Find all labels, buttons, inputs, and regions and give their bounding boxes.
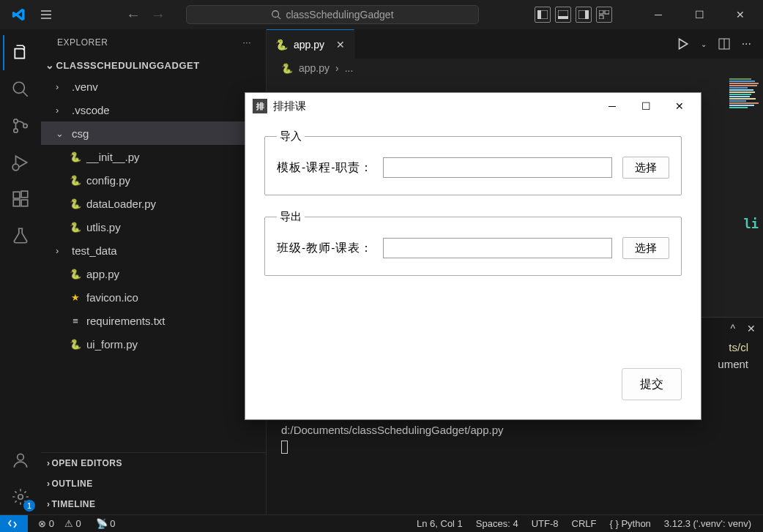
svg-point-13 — [23, 124, 27, 127]
term-frag: ument — [718, 358, 748, 370]
file-requirements[interactable]: ≡requirements.txt — [41, 309, 266, 332]
layout-controls — [535, 7, 612, 23]
run-play-icon[interactable] — [676, 37, 689, 50]
panel-timeline[interactable]: ›TIMELINE — [41, 494, 266, 514]
status-warnings[interactable]: ⚠ 0 — [64, 518, 81, 529]
activity-settings-icon[interactable]: 1 — [3, 479, 38, 514]
export-legend: 导出 — [277, 210, 305, 224]
svg-rect-18 — [21, 191, 28, 198]
tab-app-py[interactable]: 🐍 app.py ✕ — [267, 29, 354, 59]
folder-csg[interactable]: ⌄csg — [41, 121, 266, 145]
folder-testdata[interactable]: ›test_data — [41, 239, 266, 262]
svg-point-20 — [18, 495, 23, 500]
favicon-file-icon: ★ — [69, 291, 82, 304]
dialog-maximize-button[interactable]: ☐ — [629, 95, 663, 117]
nav-arrows: ← → — [126, 7, 165, 23]
status-errors[interactable]: ⊗ 0 — [38, 518, 54, 529]
activity-bar: 1 — [0, 29, 41, 514]
sidebar-bottom-panels: ›OPEN EDITORS ›OUTLINE ›TIMELINE — [41, 452, 266, 514]
svg-rect-17 — [21, 200, 28, 206]
status-encoding[interactable]: UTF-8 — [532, 518, 559, 529]
chevron-right-icon: › — [56, 81, 67, 92]
status-lncol[interactable]: Ln 6, Col 1 — [417, 518, 463, 529]
layout-panel-bottom-icon[interactable] — [555, 7, 571, 23]
layout-panel-right-icon[interactable] — [576, 7, 592, 23]
activity-extensions-icon[interactable] — [3, 181, 38, 217]
activity-account-icon[interactable] — [3, 443, 38, 478]
panel-open-editors[interactable]: ›OPEN EDITORS — [41, 453, 266, 473]
import-browse-button[interactable]: 选择 — [622, 157, 669, 179]
search-icon — [271, 10, 281, 20]
import-path-input[interactable] — [383, 157, 612, 178]
dialog-close-button[interactable]: ✕ — [663, 95, 696, 117]
file-tree: ›.venv ›.vscode ⌄csg 🐍__init__.py 🐍confi… — [41, 75, 266, 452]
chevron-down-icon: ⌄ — [45, 59, 55, 71]
status-language[interactable]: { } Python — [609, 518, 650, 529]
status-spaces[interactable]: Spaces: 4 — [476, 518, 518, 529]
project-header[interactable]: ⌄ CLASSSCHEDULINGGADGET — [41, 56, 266, 75]
terminal-maximize-icon[interactable]: ^ — [730, 323, 735, 334]
dialog-body: 导入 模板-课程-职责： 选择 导出 班级-教师-课表： 选择 提交 — [245, 119, 701, 419]
file-config[interactable]: 🐍config.py — [41, 168, 266, 192]
submit-button[interactable]: 提交 — [622, 368, 682, 400]
chevron-right-icon: › — [56, 105, 67, 116]
explorer-sidebar: EXPLORER ··· ⌄ CLASSSCHEDULINGGADGET ›.v… — [41, 29, 267, 514]
svg-point-0 — [272, 11, 279, 18]
file-dataloader[interactable]: 🐍dataLoader.py — [41, 192, 266, 215]
minimap[interactable] — [726, 78, 763, 312]
activity-testing-icon[interactable] — [3, 218, 38, 253]
python-file-icon: 🐍 — [69, 150, 82, 163]
activity-explorer-icon[interactable] — [3, 35, 38, 70]
nav-back-icon[interactable]: ← — [126, 7, 141, 23]
close-button[interactable]: ✕ — [723, 3, 757, 26]
breadcrumb[interactable]: 🐍 app.py › ... — [267, 59, 763, 78]
breadcrumb-more: ... — [345, 62, 354, 74]
svg-point-12 — [14, 129, 18, 132]
split-editor-icon[interactable] — [718, 38, 730, 50]
file-app[interactable]: 🐍app.py — [41, 262, 266, 285]
editor-tabs: 🐍 app.py ✕ ⌄ ··· — [267, 29, 763, 59]
svg-rect-7 — [599, 10, 603, 14]
svg-point-10 — [13, 82, 24, 93]
svg-rect-2 — [537, 10, 541, 19]
file-utlis[interactable]: 🐍utlis.py — [41, 215, 266, 239]
layout-panel-left-icon[interactable] — [535, 7, 551, 23]
dialog-minimize-button[interactable]: ─ — [595, 95, 629, 117]
tab-close-icon[interactable]: ✕ — [336, 39, 345, 50]
folder-venv[interactable]: ›.venv — [41, 75, 266, 98]
export-path-input[interactable] — [383, 238, 612, 258]
file-uiform[interactable]: 🐍ui_form.py — [41, 332, 266, 356]
svg-point-19 — [18, 454, 24, 460]
activity-source-control-icon[interactable] — [3, 108, 38, 143]
nav-forward-icon[interactable]: → — [151, 7, 165, 23]
editor-more-icon[interactable]: ··· — [742, 37, 751, 50]
layout-customize-icon[interactable] — [596, 7, 612, 23]
status-port[interactable]: 📡 0 — [96, 518, 116, 529]
menu-icon[interactable] — [40, 8, 53, 21]
command-search-box[interactable]: classSchedulingGadget — [186, 5, 479, 24]
dialog-titlebar[interactable]: 排 排排课 ─ ☐ ✕ — [245, 93, 701, 119]
status-python-env[interactable]: 3.12.3 ('.venv': venv) — [664, 518, 751, 529]
remote-button[interactable] — [0, 515, 28, 533]
folder-vscode[interactable]: ›.vscode — [41, 98, 266, 121]
python-file-icon: 🐍 — [69, 267, 82, 280]
activity-run-debug-icon[interactable] — [3, 145, 38, 180]
sidebar-more-icon[interactable]: ··· — [242, 37, 251, 48]
python-file-icon: 🐍 — [275, 39, 288, 50]
maximize-button[interactable]: ☐ — [682, 3, 716, 26]
terminal-close-icon[interactable]: ✕ — [747, 323, 756, 334]
file-init[interactable]: 🐍__init__.py — [41, 145, 266, 168]
svg-point-14 — [12, 164, 19, 171]
export-browse-button[interactable]: 选择 — [622, 237, 669, 259]
breadcrumb-separator: › — [335, 62, 339, 74]
svg-rect-8 — [605, 10, 609, 14]
export-label: 班级-教师-课表： — [277, 241, 373, 256]
panel-outline[interactable]: ›OUTLINE — [41, 473, 266, 494]
status-bar: ⊗ 0 ⚠ 0 📡 0 Ln 6, Col 1 Spaces: 4 UTF-8 … — [0, 514, 763, 532]
file-favicon[interactable]: ★favicon.ico — [41, 285, 266, 309]
activity-search-icon[interactable] — [3, 72, 38, 107]
minimize-button[interactable]: ─ — [641, 3, 675, 26]
status-eol[interactable]: CRLF — [572, 518, 597, 529]
run-dropdown-icon[interactable]: ⌄ — [701, 40, 707, 48]
chevron-right-icon: › — [47, 499, 51, 509]
